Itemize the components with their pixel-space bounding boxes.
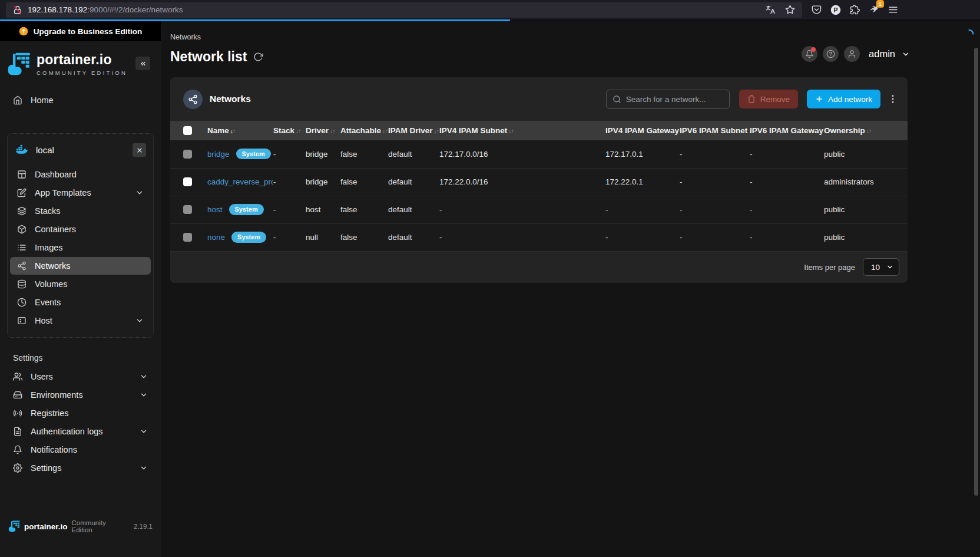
chevron-down-icon (140, 391, 148, 399)
footer-edition: Community Edition (72, 519, 128, 533)
items-per-page-select[interactable]: 10 (863, 258, 899, 276)
sidebar-item-authentication-logs[interactable]: Authentication logs (6, 423, 155, 440)
column-header-stack[interactable]: Stack↓↑ (273, 121, 306, 140)
docker-whale-icon (16, 144, 28, 156)
sidebar-item-stacks[interactable]: Stacks (10, 202, 151, 220)
sidebar-item-networks[interactable]: Networks (10, 257, 151, 275)
column-header-ipv6-ipam-subnet[interactable]: IPV6 IPAM Subnet↓↑ (680, 121, 750, 140)
sidebar-item-host[interactable]: Host (10, 312, 151, 329)
table-row-caddy-reverse-proxy: caddy_reverse_proxy-bridgefalsedefault17… (170, 168, 908, 196)
sidebar-item-label: Environments (31, 390, 83, 400)
url-bar[interactable]: 192.168.178.192:9000/#!/2/docker/network… (6, 2, 802, 18)
extension-with-badge[interactable]: 1 (869, 4, 879, 17)
sidebar-item-settings[interactable]: Settings (6, 459, 155, 477)
sort-arrows-icon: ↓↑ (508, 127, 514, 134)
username: admin (869, 48, 895, 60)
cell-ownership: administrators (824, 168, 908, 196)
home-icon (13, 95, 22, 105)
extensions-puzzle-icon[interactable] (850, 5, 860, 15)
table-row-host: hostSystem-hostfalsedefault----public (170, 196, 908, 223)
scrollbar-thumb[interactable] (974, 48, 978, 496)
column-header-driver[interactable]: Driver↓↑ (306, 121, 340, 140)
row-checkbox[interactable] (183, 177, 192, 186)
env-menu: DashboardApp TemplatesStacksContainersIm… (9, 166, 152, 329)
sidebar-item-events[interactable]: Events (10, 294, 151, 311)
add-network-button[interactable]: Add network (807, 90, 880, 108)
help-button[interactable] (823, 46, 839, 62)
column-header-ipv4-ipam-subnet[interactable]: IPV4 IPAM Subnet↓↑ (439, 121, 605, 140)
items-per-page-label: Items per page (804, 263, 855, 272)
sidebar-item-notifications[interactable]: Notifications (6, 441, 155, 459)
chevron-down-icon (140, 464, 148, 472)
cell-ipam_driver: default (388, 223, 439, 251)
sidebar-item-home[interactable]: Home (6, 91, 155, 109)
remove-button[interactable]: Remove (739, 90, 798, 108)
cell-ipv6_gateway: - (750, 168, 824, 196)
sidebar: Upgrade to Business Edition portainer.io… (0, 21, 161, 557)
network-name-link[interactable]: none (207, 233, 225, 242)
column-header-ipv4-ipam-gateway[interactable]: IPV4 IPAM Gateway↓↑ (605, 121, 680, 140)
environment-header[interactable]: local (9, 137, 152, 165)
kebab-menu-icon[interactable] (888, 94, 898, 104)
sidebar-collapse-button[interactable] (135, 57, 150, 70)
p-extension-icon[interactable]: P (830, 5, 841, 15)
networks-widget-icon (183, 90, 203, 109)
network-name-link[interactable]: host (207, 205, 223, 214)
sidebar-item-dashboard[interactable]: Dashboard (10, 166, 151, 183)
cell-ipv4_gateway: 172.22.0.1 (605, 168, 680, 196)
column-header-ownership[interactable]: Ownership↓↑ (824, 121, 908, 140)
chevron-down-icon (135, 189, 144, 197)
widget-header: Networks Remove Add network (170, 77, 908, 121)
column-header-attachable[interactable]: Attachable↓↑ (340, 121, 388, 140)
sidebar-item-label: App Templates (35, 188, 91, 197)
sidebar-item-label: Volumes (35, 279, 68, 289)
plus-icon (815, 95, 823, 103)
menu-hamburger-icon[interactable] (888, 5, 898, 15)
sort-arrows-icon: ↓↑ (330, 127, 335, 134)
cell-ipv6_gateway: - (750, 140, 824, 168)
gear-icon (13, 463, 22, 473)
column-header-name[interactable]: Name↓↑ (207, 121, 273, 140)
user-icon (847, 50, 856, 58)
sort-arrows-icon: ↓↑ (296, 127, 301, 134)
column-header-ipam-driver[interactable]: IPAM Driver↓↑ (388, 121, 439, 140)
server-icon (13, 390, 22, 400)
bookmark-star-icon[interactable] (785, 5, 795, 15)
cell-ipv4_subnet: 172.17.0.0/16 (439, 140, 605, 168)
notifications-button[interactable] (802, 46, 817, 62)
upgrade-banner[interactable]: Upgrade to Business Edition (0, 21, 161, 41)
search-input[interactable] (626, 95, 723, 104)
network-name-link[interactable]: caddy_reverse_proxy (207, 177, 273, 186)
cell-ipv4_gateway: - (605, 196, 680, 223)
sidebar-item-images[interactable]: Images (10, 239, 151, 256)
trash-icon (747, 95, 756, 103)
table-row-none: noneSystem-nullfalsedefault----public (170, 223, 908, 251)
chevrons-left-icon (140, 60, 147, 67)
sidebar-item-label: Users (31, 372, 53, 381)
database-icon (17, 279, 27, 289)
column-header-ipv6-ipam-gateway[interactable]: IPV6 IPAM Gateway↓↑ (750, 121, 824, 140)
translate-icon[interactable] (766, 5, 776, 15)
breadcrumb[interactable]: Networks (170, 33, 201, 41)
chevron-down-icon[interactable] (902, 50, 910, 58)
list-icon (17, 243, 27, 252)
cell-ipv6_gateway: - (750, 223, 824, 251)
sidebar-item-app-templates[interactable]: App Templates (10, 184, 151, 202)
sidebar-item-containers[interactable]: Containers (10, 220, 151, 238)
cell-ipv6_subnet: - (680, 196, 750, 223)
pocket-icon[interactable] (812, 5, 822, 15)
notification-dot (811, 47, 816, 52)
network-name-link[interactable]: bridge (207, 150, 230, 159)
cell-ipv6_subnet: - (680, 140, 750, 168)
select-all-checkbox[interactable] (183, 126, 192, 135)
broadcast-icon (13, 408, 22, 418)
svg-text:P: P (833, 6, 837, 13)
environment-close-button[interactable] (133, 143, 146, 157)
sidebar-item-volumes[interactable]: Volumes (10, 275, 151, 293)
refresh-icon[interactable] (253, 52, 263, 62)
sidebar-item-users[interactable]: Users (6, 368, 155, 385)
avatar[interactable] (844, 46, 860, 62)
sidebar-item-environments[interactable]: Environments (6, 386, 155, 404)
cell-attachable: false (340, 140, 388, 168)
sidebar-item-registries[interactable]: Registries (6, 404, 155, 422)
